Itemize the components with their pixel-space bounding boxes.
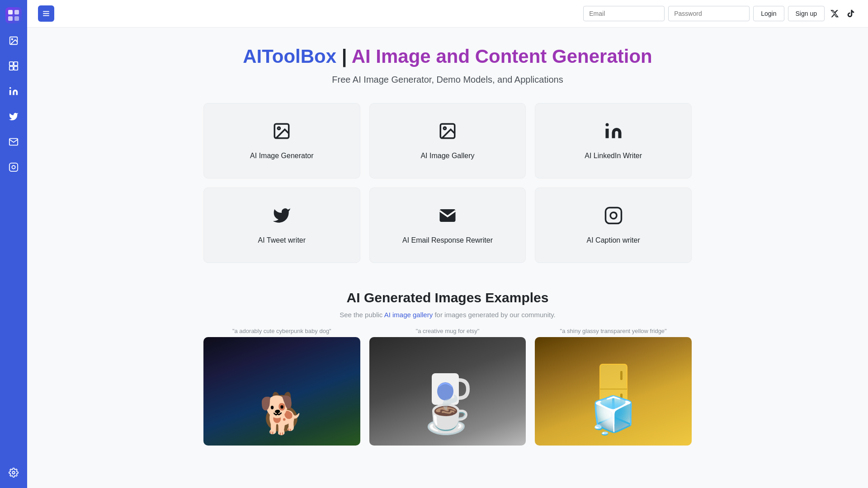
image-caption-mug: "a creative mug for etsy" (369, 328, 526, 334)
svg-rect-8 (9, 66, 13, 70)
sidebar-logo[interactable] (5, 7, 22, 23)
tool-card-ai-tweet-writer[interactable]: AI Tweet writer (203, 188, 360, 263)
tool-card-ai-image-generator[interactable]: AI Image Generator (203, 103, 360, 178)
svg-point-25 (266, 405, 297, 432)
svg-rect-2 (8, 16, 13, 21)
menu-button[interactable] (38, 5, 54, 22)
header-right: Login Sign up (583, 6, 857, 21)
svg-point-13 (12, 471, 15, 474)
svg-point-31 (278, 407, 285, 412)
svg-rect-7 (14, 62, 18, 66)
sidebar-item-settings[interactable] (5, 465, 22, 481)
svg-point-10 (9, 87, 11, 89)
image-card-mug: "a creative mug for etsy" (369, 328, 526, 446)
tool-label-ai-email-response-rewriter: AI Email Response Rewriter (402, 236, 493, 244)
linkedin-tool-icon (604, 122, 623, 145)
image-caption-dog: "a adorably cute cyberpunk baby dog" (203, 328, 360, 334)
tool-label-ai-image-generator: AI Image Generator (250, 152, 314, 160)
examples-title: AI Generated Images Examples (203, 290, 692, 305)
title-separator: | (336, 46, 352, 67)
image-caption-fridge: "a shiny glassy transparent yellow fridg… (535, 328, 692, 334)
header-left (38, 5, 54, 22)
svg-rect-11 (9, 163, 18, 171)
sidebar-item-instagram[interactable] (5, 159, 22, 175)
main-content: Login Sign up AIToolBox | AI Image and C… (27, 0, 868, 488)
svg-rect-23 (605, 208, 621, 224)
svg-rect-1 (14, 10, 19, 14)
image-gallery-tool-icon (438, 122, 457, 145)
x-twitter-icon[interactable] (828, 7, 841, 20)
image-fridge (535, 337, 692, 446)
page-subtitle: Free AI Image Generator, Demo Models, an… (203, 75, 692, 85)
image-generator-tool-icon (272, 122, 291, 145)
sidebar (0, 0, 27, 488)
svg-point-20 (443, 127, 446, 129)
twitter-tool-icon (272, 206, 291, 229)
email-tool-icon (438, 206, 457, 229)
tool-card-ai-caption-writer[interactable]: AI Caption writer (535, 188, 692, 263)
svg-rect-37 (620, 394, 623, 407)
svg-point-29 (277, 403, 280, 407)
tool-card-ai-email-response-rewriter[interactable]: AI Email Response Rewriter (369, 188, 526, 263)
sidebar-item-image-gallery[interactable] (5, 58, 22, 74)
email-input[interactable] (583, 6, 665, 21)
login-button[interactable]: Login (753, 6, 784, 21)
image-dog (203, 337, 360, 446)
sidebar-item-email[interactable] (5, 134, 22, 150)
svg-point-18 (278, 127, 280, 129)
sidebar-item-twitter[interactable] (5, 108, 22, 125)
svg-point-22 (605, 123, 609, 127)
tool-label-ai-linkedin-writer: AI LinkedIn Writer (585, 152, 642, 160)
svg-point-28 (283, 391, 292, 405)
tool-label-ai-tweet-writer: AI Tweet writer (258, 236, 306, 244)
svg-point-26 (272, 395, 292, 413)
tool-label-ai-image-gallery: AI Image Gallery (420, 152, 474, 160)
image-mug (369, 337, 526, 446)
tool-label-ai-caption-writer: AI Caption writer (587, 236, 640, 244)
examples-desc-prefix: See the public (340, 311, 384, 319)
tool-card-ai-image-gallery[interactable]: AI Image Gallery (369, 103, 526, 178)
svg-rect-0 (8, 10, 13, 14)
image-card-fridge: "a shiny glassy transparent yellow fridg… (535, 328, 692, 446)
password-input[interactable] (668, 6, 750, 21)
page-body: AIToolBox | AI Image and Content Generat… (176, 28, 719, 464)
examples-description: See the public AI image gallery for imag… (203, 311, 692, 319)
title-purple: AI Image and Content Generation (352, 46, 652, 67)
tool-card-ai-linkedin-writer[interactable]: AI LinkedIn Writer (535, 103, 692, 178)
title-blue: AIToolBox (243, 46, 336, 67)
images-grid: "a adorably cute cyberpunk baby dog" (203, 328, 692, 446)
sidebar-item-image-generator[interactable] (5, 33, 22, 49)
svg-rect-6 (9, 62, 13, 66)
header: Login Sign up (27, 0, 868, 28)
sidebar-item-linkedin[interactable] (5, 83, 22, 99)
svg-point-30 (283, 403, 287, 407)
signup-button[interactable]: Sign up (788, 6, 825, 21)
instagram-tool-icon (604, 206, 623, 229)
examples-desc-suffix: for images generated by our community. (433, 311, 556, 319)
tools-grid: AI Image Generator AI Image Gallery (203, 103, 692, 263)
tiktok-icon[interactable] (844, 7, 857, 20)
svg-point-5 (11, 38, 13, 40)
page-title: AIToolBox | AI Image and Content Generat… (203, 46, 692, 67)
svg-rect-36 (620, 371, 623, 380)
svg-rect-34 (600, 364, 627, 418)
examples-gallery-link[interactable]: AI image gallery (384, 311, 433, 319)
svg-point-27 (272, 391, 281, 405)
svg-rect-3 (14, 16, 19, 21)
svg-rect-9 (14, 66, 18, 70)
image-card-dog: "a adorably cute cyberpunk baby dog" (203, 328, 360, 446)
